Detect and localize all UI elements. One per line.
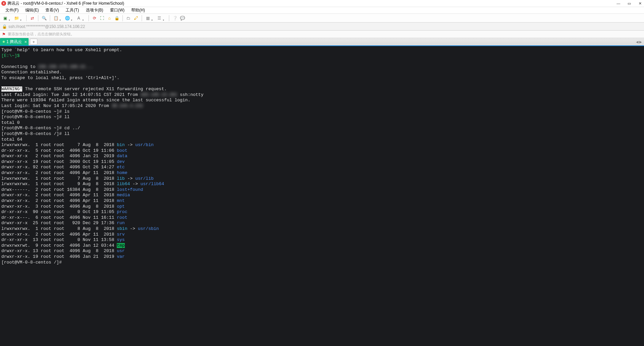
address-url: ssh://root:************@150.158.174.106:… (8, 24, 85, 29)
close-button[interactable]: ✕ (637, 1, 643, 6)
fullscreen-icon[interactable]: ⛶ (99, 15, 105, 21)
home-icon[interactable]: ⌂ (106, 15, 112, 21)
menu-bar: 文件(F) 编辑(E) 查看(V) 工具(T) 选项卡(B) 窗口(W) 帮助(… (0, 7, 644, 14)
open-session-icon[interactable]: 📁 (13, 15, 20, 21)
toolbar-separator (122, 15, 123, 21)
menu-view[interactable]: 查看(V) (42, 7, 62, 14)
app-logo-icon: X (1, 1, 6, 6)
terminal-output[interactable]: Type `help' to learn how to use Xshell p… (0, 46, 644, 346)
toolbar-separator (26, 15, 27, 21)
hint-bar: ⚑ 要添加当前会话，点击左侧的箭头按钮。 (0, 31, 644, 38)
session-tab[interactable]: 1 腾讯云 ✕ (0, 38, 29, 45)
tab-scroll-left-icon[interactable]: ◀ (636, 40, 639, 44)
toolbar-separator (50, 15, 50, 21)
help-icon[interactable]: ❔ (172, 15, 178, 21)
toolbar-separator (88, 15, 89, 21)
toolbar-separator (142, 15, 142, 21)
toolbar-separator (38, 15, 38, 21)
connect-icon[interactable]: ⇄ (29, 15, 35, 21)
flag-icon[interactable]: ⚑ (2, 32, 6, 37)
menu-tools[interactable]: 工具(T) (62, 7, 82, 14)
tab-label: 1 腾讯云 (6, 39, 22, 45)
copy-icon[interactable]: 📋 (53, 15, 59, 21)
refresh-icon[interactable]: ⟳ (92, 15, 98, 21)
address-bar[interactable]: 🔒 ssh://root:************@150.158.174.10… (0, 23, 644, 31)
toolbar-separator (169, 15, 169, 21)
tab-close-icon[interactable]: ✕ (24, 40, 27, 44)
menu-window[interactable]: 窗口(W) (107, 7, 128, 14)
folder-icon[interactable]: 🗀 (126, 15, 132, 21)
tab-scroll-right-icon[interactable]: ▶ (639, 40, 642, 44)
menu-help[interactable]: 帮助(H) (128, 7, 148, 14)
list-icon[interactable]: ☰ (156, 15, 162, 21)
toolbar: ▣ 📁 ⇄ 🔍 📋 🌐 A ⟳ ⛶ ⌂ 🔒 🗀 🖍 ▦ ☰ ❔ 💬 (0, 14, 644, 23)
title-bar: X 腾讯云 - root@VM-0-8-centos:/ - Xshell 6 … (0, 0, 644, 7)
globe-icon[interactable]: 🌐 (64, 15, 70, 21)
menu-file[interactable]: 文件(F) (2, 7, 22, 14)
maximize-button[interactable]: ▭ (627, 1, 632, 6)
font-icon[interactable]: A (76, 15, 82, 21)
window-controls: ― ▭ ✕ (616, 1, 643, 6)
chat-icon[interactable]: 💬 (179, 15, 185, 21)
new-tab-button[interactable]: + (30, 39, 37, 45)
layout-icon[interactable]: ▦ (145, 15, 151, 21)
highlight-icon[interactable]: 🖍 (133, 15, 139, 21)
lock-icon[interactable]: 🔒 (114, 15, 120, 21)
new-session-icon[interactable]: ▣ (2, 15, 8, 21)
tab-bar: 1 腾讯云 ✕ + ◀ ▶ (0, 38, 644, 46)
lock-small-icon: 🔒 (2, 24, 7, 29)
window-title: 腾讯云 - root@VM-0-8-centos:/ - Xshell 6 (F… (7, 1, 616, 6)
hint-text: 要添加当前会话，点击左侧的箭头按钮。 (8, 32, 74, 37)
minimize-button[interactable]: ― (616, 1, 621, 6)
menu-edit[interactable]: 编辑(E) (22, 7, 42, 14)
connected-dot-icon (3, 41, 5, 43)
menu-tab[interactable]: 选项卡(B) (82, 7, 107, 14)
search-icon[interactable]: 🔍 (41, 15, 47, 21)
